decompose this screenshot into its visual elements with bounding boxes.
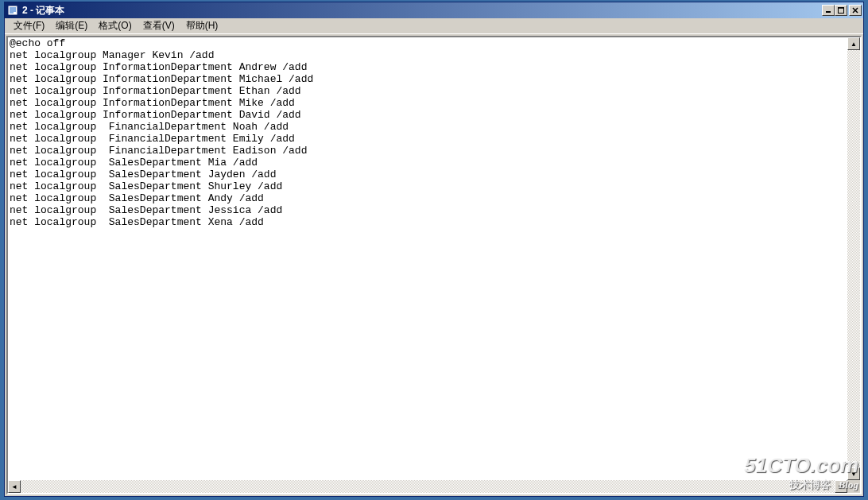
- menu-help[interactable]: 帮助(H): [180, 17, 224, 34]
- menu-format[interactable]: 格式(O): [93, 17, 137, 34]
- window-title: 2 - 记事本: [22, 4, 822, 17]
- notepad-window: 2 - 记事本 文件(F) 编辑(E) 格式(O) 查看(V) 帮助(H) @e…: [4, 2, 864, 497]
- minimize-button[interactable]: [822, 5, 835, 16]
- scroll-right-button[interactable]: ►: [835, 480, 847, 493]
- text-editor[interactable]: @echo off net localgroup Manager Kevin /…: [8, 37, 847, 480]
- vertical-scrollbar[interactable]: ▲ ▼: [847, 37, 860, 480]
- menu-file[interactable]: 文件(F): [8, 17, 50, 34]
- menu-view[interactable]: 查看(V): [138, 17, 180, 34]
- maximize-button[interactable]: [835, 5, 847, 16]
- notepad-icon: [6, 4, 19, 17]
- horizontal-scrollbar[interactable]: ◄ ►: [8, 480, 847, 493]
- scroll-down-button[interactable]: ▼: [847, 467, 860, 480]
- scroll-up-button[interactable]: ▲: [847, 37, 860, 50]
- scroll-track-v[interactable]: [847, 50, 860, 467]
- titlebar[interactable]: 2 - 记事本: [5, 2, 863, 18]
- svg-rect-0: [8, 6, 17, 15]
- editor-frame: @echo off net localgroup Manager Kevin /…: [6, 36, 862, 494]
- close-button[interactable]: [849, 5, 862, 16]
- menu-edit[interactable]: 编辑(E): [50, 17, 93, 34]
- scroll-left-button[interactable]: ◄: [8, 480, 21, 493]
- menubar: 文件(F) 编辑(E) 格式(O) 查看(V) 帮助(H): [5, 18, 863, 34]
- window-controls: [822, 5, 862, 16]
- scroll-track-h[interactable]: [21, 480, 835, 493]
- scroll-corner: [847, 480, 860, 493]
